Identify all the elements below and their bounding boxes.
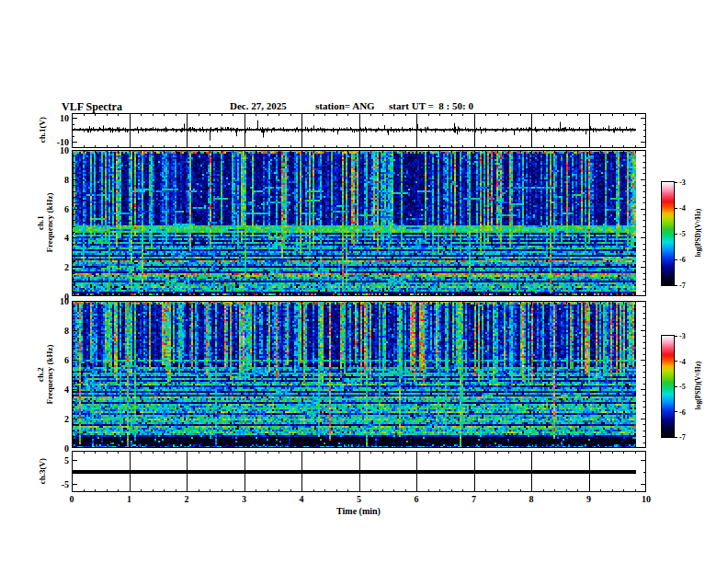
x-tick-label: 0 [70,494,74,504]
header-date: Dec. 27, 2025 [230,100,287,111]
colorbar-tick-label: -4 [679,204,686,213]
time-axis-label: Time (min) [336,506,381,516]
ch3-wave-ytick-label: 5 [64,455,69,465]
ch1-spec-ytick-label: 8 [64,174,69,184]
ch1-spec-ytick-label: 4 [64,233,69,243]
x-tick-label: 6 [415,494,419,504]
ch2-spec-ytick-label: 8 [64,326,69,336]
ch2-spec-ytick-label: 0 [64,443,69,454]
colorbar-tick-label: -3 [679,178,686,187]
colorbar-tick [674,437,677,438]
colorbar-tick [674,336,677,337]
x-tick-label: 4 [300,494,304,504]
colorbar-tick [674,411,677,412]
ch2-spec-ytick-label: 10 [60,296,69,306]
colorbar-ch1 [661,181,675,286]
ch1-spec-ytick-label: 10 [60,145,69,155]
colorbar-tick [674,259,677,260]
ch2-spectrogram-plot [72,301,646,448]
x-tick-label: 10 [642,494,651,504]
colorbar-ch2 [661,335,675,438]
header-station: station= ANG [315,100,375,111]
ch1-waveform-plot [72,113,646,148]
ch1-spec-ytick-label: 6 [64,203,69,213]
x-tick-label: 2 [185,494,189,504]
colorbar-tick [674,386,677,387]
frequency-units-label: Frequency (kHz) [45,344,54,404]
x-tick-label: 5 [357,494,361,504]
figure-title: VLF Spectra [62,100,122,114]
header-start-ut: start UT = 8 : 50: 0 [389,100,473,111]
colorbar-tick [674,208,677,209]
colorbar-tick-label: -6 [679,408,686,416]
x-tick-label: 7 [472,494,476,504]
colorbar-tick [674,361,677,362]
colorbar-tick [674,182,677,183]
colorbar-tick-label: -4 [679,357,686,365]
ch2-spec-ytick-label: 4 [64,385,69,395]
ch3-wave-ytick-label: -5 [62,479,69,489]
x-tick-label: 3 [242,494,246,504]
colorbar-tick [674,285,677,286]
x-tick-label: 1 [127,494,131,504]
ch1-label: ch.1 [36,192,45,252]
frequency-units-label: Frequency (kHz) [45,192,54,252]
colorbar-tick-label: -5 [679,383,686,391]
ch2-label: ch.2 [36,344,45,404]
colorbar-tick-label: -3 [679,332,686,340]
ch2-spec-ytick-label: 2 [64,414,69,424]
ch1-spectrogram-plot [72,150,646,296]
ch2-spec-ytick-label: 6 [64,355,69,365]
colorbar-tick-label: -7 [679,433,686,442]
ch1-wave-ytick-label: 10 [60,113,69,123]
colorbar-tick-label: -5 [679,230,686,238]
x-tick-label: 9 [586,494,591,504]
vlf-spectra-figure: VLF Spectra Dec. 27, 2025 station= ANG s… [0,0,728,563]
ch3-waveform-plot [72,451,646,492]
colorbar-tick-label: -7 [679,282,686,290]
ch1-spec-ytick-label: 2 [64,262,69,272]
colorbar-tick [674,234,677,235]
colorbar-tick-label: -6 [679,256,686,264]
x-tick-label: 8 [529,494,534,504]
